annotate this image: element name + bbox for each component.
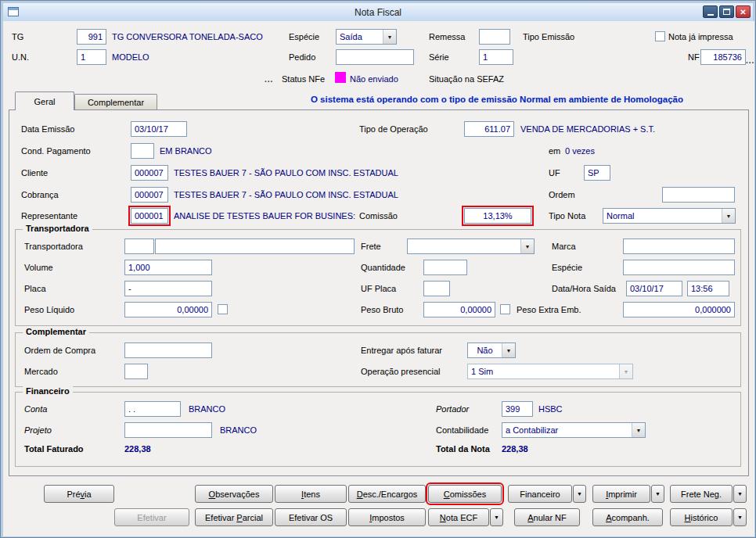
tipo-operacao-field[interactable]: 611.07 xyxy=(464,121,514,137)
mercado-field[interactable] xyxy=(124,364,148,379)
nf-more-button[interactable]: ... xyxy=(746,56,754,65)
chevron-down-icon: ▼ xyxy=(520,239,534,253)
efetivar-os-button[interactable]: Efetivar OS xyxy=(275,508,347,526)
transportadora-name-field[interactable] xyxy=(155,239,355,254)
placa-field[interactable]: - xyxy=(124,281,212,296)
nota-ja-impressa-checkbox[interactable] xyxy=(655,31,665,41)
quantidade-field[interactable] xyxy=(423,260,467,275)
representante-description: ANALISE DE TESTES BAUER FOR BUSINES: xyxy=(174,211,357,221)
entregar-apos-faturar-select[interactable]: Não ▼ xyxy=(467,343,516,358)
tab-geral[interactable]: Geral xyxy=(15,91,74,110)
anular-nf-button[interactable]: Anular NF xyxy=(514,508,580,526)
status-nfe-label: Status NFe xyxy=(282,74,325,84)
frete-select[interactable]: ▼ xyxy=(407,239,535,254)
itens-button[interactable]: Itens xyxy=(275,485,347,503)
chevron-down-icon: ▼ xyxy=(632,423,645,437)
pedido-field[interactable] xyxy=(336,49,414,65)
ordem-field[interactable] xyxy=(662,187,735,203)
frete-neg-button[interactable]: Frete Neg. xyxy=(670,485,733,503)
observacoes-button[interactable]: Observações xyxy=(195,485,273,503)
serie-field[interactable]: 1 xyxy=(479,49,513,65)
imprimir-button[interactable]: Imprimir xyxy=(592,485,650,503)
app-icon xyxy=(8,7,19,16)
tg-description: TG CONVERSORA TONELADA-SACO xyxy=(112,32,263,41)
representante-label: Representante xyxy=(21,211,77,221)
cliente-field[interactable]: 000007 xyxy=(131,165,168,181)
tipo-nota-label: Tipo Nota xyxy=(549,211,585,221)
conta-field[interactable]: . . xyxy=(124,401,181,417)
ordem-compra-field[interactable] xyxy=(124,343,212,358)
maximize-icon xyxy=(723,9,730,15)
projeto-field[interactable] xyxy=(124,422,212,438)
close-button[interactable]: ✕ xyxy=(736,5,751,18)
acompanh-button-label: Acompanh. xyxy=(606,513,650,522)
representante-field[interactable]: 000001 xyxy=(131,208,168,224)
data-emissao-field[interactable]: 03/10/17 xyxy=(131,121,187,137)
acompanh-button[interactable]: Acompanh. xyxy=(592,508,663,526)
remessa-field[interactable] xyxy=(479,29,510,45)
uf-placa-field[interactable] xyxy=(423,281,450,296)
cliente-description: TESTES BAUER 7 - SÃO PAULO COM INSC. EST… xyxy=(174,168,398,178)
especie-select[interactable]: Saída ▼ xyxy=(336,29,397,45)
portador-description: HSBC xyxy=(538,404,563,414)
financeiro-button[interactable]: Financeiro xyxy=(508,485,572,503)
historico-dropdown-button[interactable]: ▼ xyxy=(733,508,747,526)
volume-field[interactable]: 1,000 xyxy=(124,260,212,275)
efetivar-parcial-button[interactable]: Efetivar Parcial xyxy=(195,508,273,526)
quantidade-label: Quantidade xyxy=(361,263,405,272)
nota-ecf-button[interactable]: Nota ECF xyxy=(428,508,489,526)
portador-field[interactable]: 399 xyxy=(502,401,533,417)
tipo-nota-select[interactable]: Normal ▼ xyxy=(603,208,736,224)
marca-field[interactable] xyxy=(623,239,735,254)
tg-label: TG xyxy=(12,32,23,41)
financeiro-group-title: Financeiro xyxy=(23,386,73,396)
un-field[interactable]: 1 xyxy=(77,49,106,65)
status-more-button[interactable]: ... xyxy=(265,75,273,84)
status-nfe-indicator xyxy=(335,72,346,83)
peso-liquido-checkbox[interactable] xyxy=(218,304,228,314)
especie-transp-field[interactable] xyxy=(623,260,735,275)
contabilidade-value: a Contabilizar xyxy=(502,423,632,437)
desc-encargos-button[interactable]: Desc./Encargos xyxy=(348,485,426,503)
historico-button[interactable]: Histórico xyxy=(670,508,733,526)
tg-field[interactable]: 991 xyxy=(77,29,106,45)
comissoes-button[interactable]: Comissões xyxy=(428,485,502,503)
nota-ecf-dropdown-button[interactable]: ▼ xyxy=(490,508,503,526)
imprimir-dropdown-button[interactable]: ▼ xyxy=(651,485,664,503)
frete-neg-dropdown-button[interactable]: ▼ xyxy=(733,485,747,503)
maximize-button[interactable] xyxy=(719,5,734,18)
comissao-field[interactable]: 13,13% xyxy=(464,208,531,224)
transportadora-code-field[interactable] xyxy=(124,239,154,254)
frete-neg-button-label: Frete Neg. xyxy=(681,490,722,499)
cobranca-description: TESTES BAUER 7 - SÃO PAULO COM INSC. EST… xyxy=(174,190,398,199)
total-faturado-label: Total Faturado xyxy=(24,444,84,454)
operacao-presencial-select: 1 Sim ▼ xyxy=(467,364,633,379)
operacao-presencial-label: Operação presencial xyxy=(361,367,441,376)
contabilidade-label: Contabilidade xyxy=(436,425,488,435)
minimize-button[interactable] xyxy=(703,5,718,18)
peso-liquido-field[interactable]: 0,00000 xyxy=(124,302,212,317)
nota-ecf-button-label: Nota ECF xyxy=(440,513,477,522)
impostos-button[interactable]: Impostos xyxy=(348,508,426,526)
especie-label: Espécie xyxy=(289,32,319,41)
data-saida-field[interactable]: 03/10/17 xyxy=(626,281,682,296)
contabilidade-select[interactable]: a Contabilizar ▼ xyxy=(502,422,646,438)
uf-label: UF xyxy=(549,168,560,178)
tab-geral-label: Geral xyxy=(34,97,56,106)
transportadora-label: Transportadora xyxy=(24,242,83,251)
cond-pagamento-field[interactable] xyxy=(131,143,154,159)
tab-complementar[interactable]: Complementar xyxy=(74,94,157,110)
peso-bruto-field[interactable]: 0,00000 xyxy=(423,302,495,317)
ordem-label: Ordem xyxy=(549,190,575,199)
peso-extra-field[interactable]: 0,000000 xyxy=(623,302,735,317)
chevron-down-icon: ▼ xyxy=(577,491,582,497)
previa-button[interactable]: Prévia xyxy=(44,485,114,503)
nf-field[interactable]: 185736 xyxy=(700,49,746,65)
uf-field[interactable]: SP xyxy=(584,165,610,181)
cobranca-field[interactable]: 000007 xyxy=(131,187,168,203)
hora-saida-field[interactable]: 13:56 xyxy=(687,281,729,296)
chevron-down-icon: ▼ xyxy=(619,364,632,378)
financeiro-dropdown-button[interactable]: ▼ xyxy=(573,485,586,503)
peso-bruto-checkbox[interactable] xyxy=(500,304,510,314)
title-bar[interactable]: Nota Fiscal xyxy=(3,3,753,21)
